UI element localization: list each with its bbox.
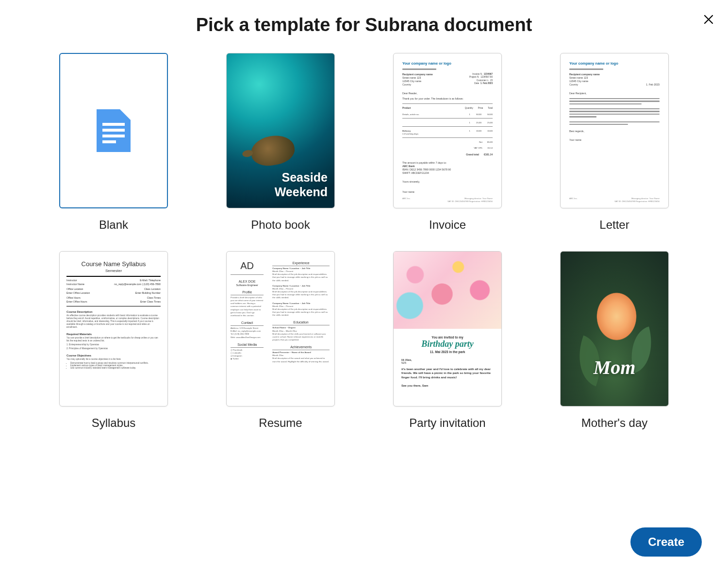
rose-image: Mom	[561, 252, 668, 406]
template-mothers-day-label: Mother's day	[581, 416, 648, 430]
resume-preview: AD ALEX DOE Software Engineer Profile Pr…	[227, 252, 334, 406]
template-invoice[interactable]: Your company name or logo Recipient comp…	[393, 53, 502, 232]
turtle-illustration	[248, 133, 297, 169]
template-letter-thumb[interactable]: Your company name or logo Recipient comp…	[560, 53, 669, 208]
template-photo-book[interactable]: Seaside Weekend Photo book	[226, 53, 335, 232]
template-syllabus-thumb[interactable]: Course Name Syllabus Semester Instructor…	[59, 251, 168, 407]
template-photo-book-thumb[interactable]: Seaside Weekend	[226, 53, 335, 208]
template-letter-label: Letter	[599, 218, 629, 232]
photo-book-caption: Seaside Weekend	[275, 170, 328, 199]
syllabus-preview: Course Name Syllabus Semester Instructor…	[60, 252, 167, 378]
template-blank-thumb[interactable]	[59, 53, 168, 208]
document-icon	[97, 109, 131, 152]
template-party-invitation-thumb[interactable]: You are invited to my Birthday party 11.…	[393, 251, 502, 407]
dialog-title: Pick a template for Subrana document	[44, 15, 684, 35]
create-button[interactable]: Create	[630, 527, 702, 557]
template-invoice-label: Invoice	[429, 218, 466, 232]
template-syllabus-label: Syllabus	[92, 416, 136, 430]
template-grid: Blank Seaside Weekend Photo book Your co…	[44, 53, 684, 430]
template-resume-thumb[interactable]: AD ALEX DOE Software Engineer Profile Pr…	[226, 251, 335, 407]
template-mothers-day[interactable]: Mom Mother's day	[560, 251, 669, 430]
party-preview: You are invited to my Birthday party 11.…	[394, 329, 501, 392]
letter-preview: Your company name or logo Recipient comp…	[561, 53, 668, 150]
close-icon[interactable]	[701, 12, 716, 27]
template-resume[interactable]: AD ALEX DOE Software Engineer Profile Pr…	[226, 251, 335, 430]
template-blank-label: Blank	[99, 218, 128, 232]
template-blank[interactable]: Blank	[59, 53, 168, 232]
template-photo-book-label: Photo book	[251, 218, 310, 232]
invoice-preview: Your company name or logo Recipient comp…	[394, 53, 501, 202]
template-mothers-day-thumb[interactable]: Mom	[560, 251, 669, 407]
party-image	[394, 252, 501, 329]
template-syllabus[interactable]: Course Name Syllabus Semester Instructor…	[59, 251, 168, 430]
template-party-invitation-label: Party invitation	[409, 416, 485, 430]
template-party-invitation[interactable]: You are invited to my Birthday party 11.…	[393, 251, 502, 430]
template-resume-label: Resume	[259, 416, 302, 430]
template-invoice-thumb[interactable]: Your company name or logo Recipient comp…	[393, 53, 502, 208]
template-letter[interactable]: Your company name or logo Recipient comp…	[560, 53, 669, 232]
